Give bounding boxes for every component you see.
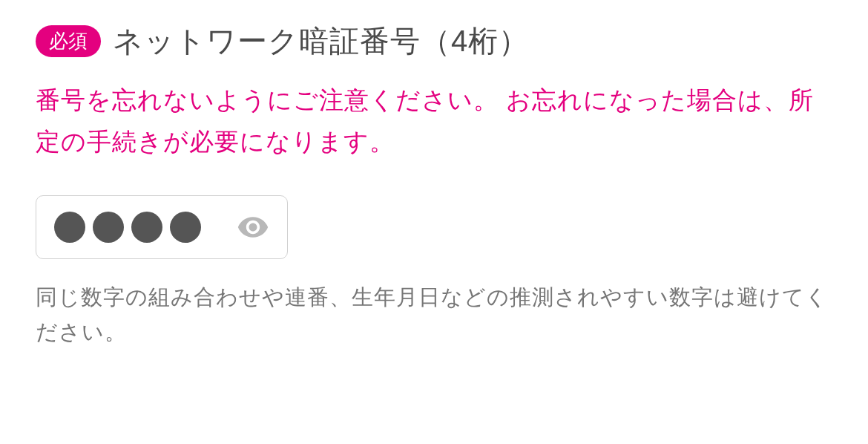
pin-dot [54,212,85,243]
required-badge: 必須 [36,25,101,57]
pin-input[interactable] [36,195,288,259]
field-header: 必須 ネットワーク暗証番号（4桁） [36,21,832,62]
warning-message: 番号を忘れないようにご注意ください。 お忘れになった場合は、所定の手続きが必要に… [36,79,832,163]
eye-icon[interactable] [237,211,269,244]
pin-dot [170,212,201,243]
field-title: ネットワーク暗証番号（4桁） [113,21,529,62]
hint-message: 同じ数字の組み合わせや連番、生年月日などの推測されやすい数字は避けてください。 [36,280,832,349]
pin-dot [131,212,162,243]
pin-dots [54,212,201,243]
pin-dot [93,212,124,243]
